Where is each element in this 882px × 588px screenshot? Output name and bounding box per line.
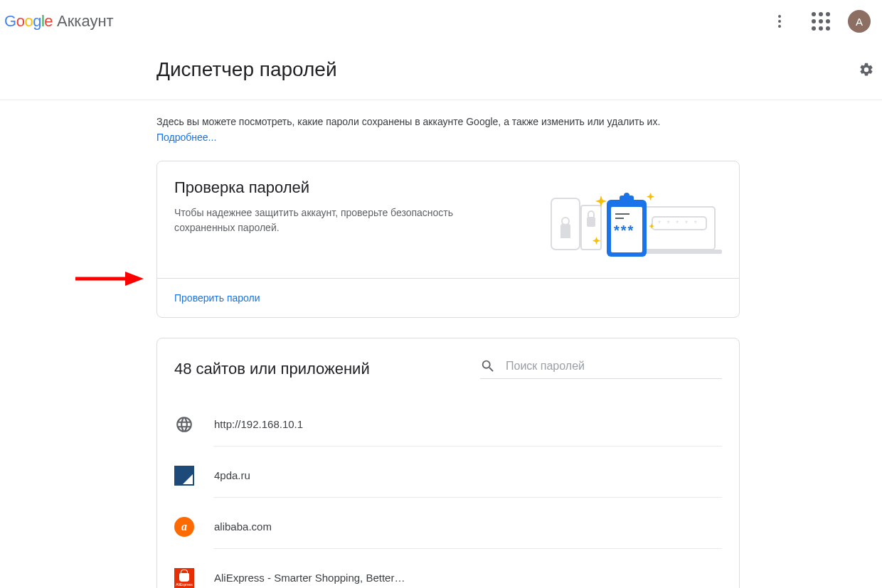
card-footer: Проверить пароли: [157, 278, 739, 317]
list-header: 48 сайтов или приложений: [174, 358, 722, 379]
site-favicon-aliexpress: AliExpress: [174, 568, 194, 588]
password-list-card: 48 сайтов или приложений http://192.168.…: [156, 338, 740, 588]
site-row[interactable]: a alibaba.com: [174, 501, 722, 552]
svg-point-11: [624, 193, 629, 198]
svg-rect-1: [637, 250, 722, 254]
svg-point-5: [562, 218, 569, 225]
site-label: 4pda.ru: [214, 469, 250, 481]
logo-letter: g: [33, 12, 41, 31]
site-row[interactable]: 4pda.ru: [174, 450, 722, 501]
product-name: Аккаунт: [57, 12, 114, 31]
card-text: Проверка паролей Чтобы надежнее защитить…: [174, 178, 473, 235]
more-vert-icon: [778, 15, 781, 28]
learn-more-link[interactable]: Подробнее...: [156, 132, 216, 143]
site-label: AliExpress - Smarter Shopping, Better…: [214, 572, 405, 584]
logo-letter: e: [44, 12, 53, 31]
logo-letter: o: [24, 12, 33, 31]
card-body: Проверка паролей Чтобы надежнее защитить…: [157, 161, 739, 278]
header-right: А: [765, 7, 871, 36]
checkup-desc: Чтобы надежнее защитить аккаунт, проверь…: [174, 205, 473, 235]
svg-rect-0: [644, 207, 715, 250]
intro-text: Здесь вы можете посмотреть, какие пароли…: [156, 114, 740, 129]
apps-grid-icon: [812, 12, 830, 31]
header-left: Google Аккаунт: [4, 12, 114, 31]
search-icon: [480, 358, 496, 374]
globe-icon: [174, 415, 194, 434]
more-options-button[interactable]: [765, 7, 794, 36]
logo-letter: G: [4, 12, 16, 31]
search-input[interactable]: [506, 360, 722, 373]
svg-marker-16: [125, 272, 144, 286]
svg-rect-6: [581, 205, 601, 250]
logo-letter: o: [16, 12, 25, 31]
search-container: [480, 358, 722, 379]
google-apps-button[interactable]: [807, 7, 835, 36]
site-favicon-alibaba: a: [174, 517, 194, 537]
site-rows: http://192.168.10.1 4pda.ru a alibaba.co…: [174, 399, 722, 588]
checkup-illustration: * * * * * ***: [537, 178, 722, 264]
svg-rect-7: [587, 217, 595, 227]
account-avatar[interactable]: А: [848, 10, 871, 33]
site-row[interactable]: http://192.168.10.1: [174, 399, 722, 450]
password-checkup-card: Проверка паролей Чтобы надежнее защитить…: [156, 161, 740, 318]
annotation-arrow: [73, 269, 144, 289]
site-favicon-4pda: [174, 466, 194, 486]
svg-text:* * * * *: * * * * *: [658, 220, 699, 228]
check-passwords-link[interactable]: Проверить пароли: [174, 292, 260, 304]
list-title: 48 сайтов или приложений: [174, 360, 370, 378]
page-title: Диспетчер паролей: [156, 58, 337, 81]
settings-button[interactable]: [852, 55, 881, 84]
google-logo[interactable]: Google: [4, 12, 53, 31]
site-label: alibaba.com: [214, 520, 272, 533]
gear-icon: [859, 62, 874, 77]
app-header: Google Аккаунт А: [0, 0, 882, 43]
title-bar: Диспетчер паролей: [142, 43, 882, 100]
site-label: http://192.168.10.1: [214, 418, 303, 430]
svg-text:***: ***: [614, 223, 634, 238]
main-content: Здесь вы можете посмотреть, какие пароли…: [142, 100, 740, 588]
checkup-title: Проверка паролей: [174, 178, 473, 197]
site-row[interactable]: AliExpress AliExpress - Smarter Shopping…: [174, 552, 722, 588]
